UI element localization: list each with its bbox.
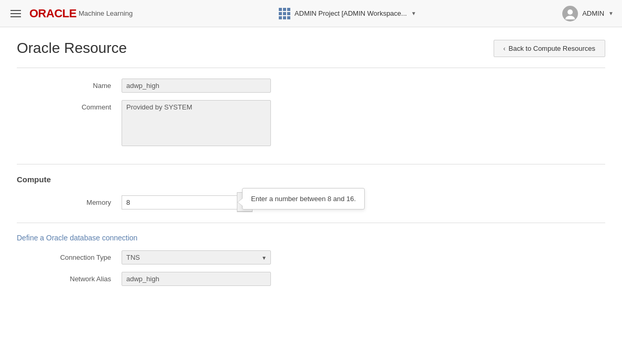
header-center: ADMIN Project [ADMIN Workspace... ▼ xyxy=(133,8,562,19)
name-input[interactable] xyxy=(122,79,271,93)
memory-tooltip: Enter a number between 8 and 16. xyxy=(242,188,365,209)
memory-input[interactable] xyxy=(122,195,237,209)
page-header: Oracle Resource ‹ Back to Compute Resour… xyxy=(17,40,605,68)
project-dropdown-icon[interactable]: ▼ xyxy=(411,10,416,16)
connection-type-wrapper: TNS Basic ▼ xyxy=(122,250,271,264)
comment-label: Comment xyxy=(17,100,122,111)
svg-point-1 xyxy=(565,16,575,19)
comment-row: Comment xyxy=(17,100,605,146)
back-chevron-icon: ‹ xyxy=(504,45,506,52)
page-content: Oracle Resource ‹ Back to Compute Resour… xyxy=(0,27,622,316)
ml-label: Machine Learning xyxy=(79,9,133,17)
compute-section-title: Compute xyxy=(17,175,605,184)
user-avatar xyxy=(562,6,578,21)
logo-area: ORACLE Machine Learning xyxy=(29,7,133,20)
network-alias-label: Network Alias xyxy=(17,272,122,283)
page-title: Oracle Resource xyxy=(17,40,127,57)
network-alias-row: Network Alias xyxy=(17,272,605,286)
header-right: ADMIN ▼ xyxy=(562,6,614,21)
svg-point-0 xyxy=(568,9,573,15)
comment-input[interactable] xyxy=(122,100,271,146)
network-alias-input[interactable] xyxy=(122,272,271,286)
grid-icon xyxy=(279,8,290,19)
basic-info-section: Name Comment xyxy=(17,68,605,164)
db-section-title: Define a Oracle database connection xyxy=(17,234,605,242)
project-label[interactable]: ADMIN Project [ADMIN Workspace... xyxy=(294,9,407,17)
db-connection-section: Define a Oracle database connection Conn… xyxy=(17,223,605,304)
header-left: ORACLE Machine Learning xyxy=(8,7,133,20)
tooltip-text: Enter a number between 8 and 16. xyxy=(251,195,356,203)
connection-type-label: Connection Type xyxy=(17,250,122,261)
hamburger-icon[interactable] xyxy=(8,8,23,19)
compute-section: Compute Memory ▼ ▲ Enter a number betwee… xyxy=(17,164,605,223)
memory-spinner: ▼ ▲ xyxy=(122,192,253,212)
connection-type-select[interactable]: TNS Basic xyxy=(122,250,271,264)
user-label: ADMIN xyxy=(582,9,604,17)
oracle-logo: ORACLE xyxy=(29,7,77,20)
memory-row: Memory ▼ ▲ Enter a number between 8 and … xyxy=(17,192,605,212)
connection-type-row: Connection Type TNS Basic ▼ xyxy=(17,250,605,264)
user-dropdown-icon[interactable]: ▼ xyxy=(608,10,614,16)
back-button[interactable]: ‹ Back to Compute Resources xyxy=(494,40,605,57)
name-row: Name xyxy=(17,79,605,93)
app-header: ORACLE Machine Learning ADMIN Project [A… xyxy=(0,0,622,27)
back-button-label: Back to Compute Resources xyxy=(509,45,595,52)
name-label: Name xyxy=(17,79,122,90)
memory-label: Memory xyxy=(17,198,122,206)
